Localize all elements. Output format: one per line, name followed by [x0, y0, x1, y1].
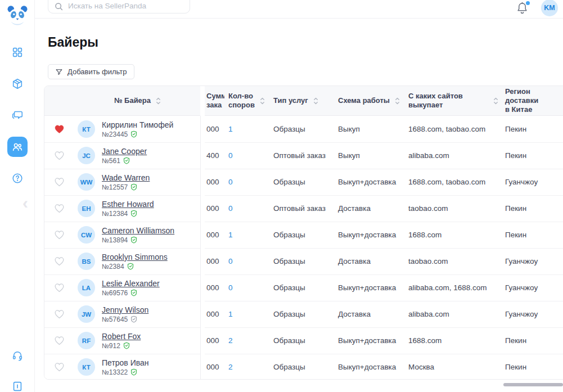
- favorite-heart-icon[interactable]: [54, 204, 65, 213]
- disputes-count-link[interactable]: 0: [228, 204, 233, 213]
- favorite-cell[interactable]: [44, 354, 74, 380]
- favorite-heart-icon[interactable]: [54, 336, 65, 345]
- notification-dot: [526, 1, 530, 5]
- sort-icon[interactable]: [394, 97, 400, 105]
- buyer-name[interactable]: Jane Cooper: [102, 147, 147, 156]
- support-headset-icon[interactable]: [7, 346, 28, 366]
- order-sum-cell: 000: [205, 169, 224, 195]
- disputes-cell: 2: [224, 354, 269, 380]
- table-header: № Байера Суммзака Кол-воспоров Тип услуг: [44, 86, 563, 116]
- work-scheme-cell: Доставка: [334, 248, 404, 274]
- buyer-name[interactable]: Brooklyn Simmons: [102, 253, 168, 262]
- add-filter-button[interactable]: Добавить фильтр: [48, 64, 134, 79]
- service-type-cell: Оптовый заказ: [269, 195, 334, 222]
- favorite-cell[interactable]: [44, 274, 74, 301]
- header-sites[interactable]: С каких сайтов выкупает: [404, 86, 501, 116]
- sort-icon[interactable]: [155, 97, 161, 105]
- disputes-count-link[interactable]: 2: [228, 336, 233, 345]
- sidebar-item-buyers[interactable]: [7, 137, 28, 157]
- buyer-number: №23445: [102, 130, 128, 138]
- header-service-type[interactable]: Тип услуг: [269, 86, 334, 116]
- sidebar-collapse-icon[interactable]: ‹: [22, 193, 28, 213]
- favorite-heart-icon[interactable]: [54, 309, 65, 319]
- favorite-cell[interactable]: [44, 222, 74, 248]
- buyer-avatar: BS: [78, 253, 95, 270]
- sidebar-item-help[interactable]: [7, 168, 28, 188]
- buyer-number: №57645: [102, 316, 128, 323]
- favorite-cell[interactable]: [44, 195, 74, 222]
- favorite-cell[interactable]: [44, 116, 74, 142]
- table-row: EH Esther Howard №12384 000 0 Оптовый за…: [44, 195, 563, 222]
- work-scheme-cell: Доставка: [334, 301, 404, 327]
- favorite-cell[interactable]: [44, 169, 74, 195]
- favorite-heart-icon[interactable]: [54, 177, 65, 187]
- disputes-count-link[interactable]: 0: [228, 257, 233, 265]
- notifications-bell-icon[interactable]: [516, 1, 530, 17]
- frozen-column-divider: [200, 301, 205, 327]
- disputes-count-link[interactable]: 0: [228, 151, 233, 160]
- disputes-cell: 0: [224, 142, 269, 169]
- frozen-column-divider: [200, 327, 205, 354]
- sort-icon[interactable]: [313, 97, 319, 105]
- favorite-heart-icon[interactable]: [54, 151, 65, 160]
- favorite-cell[interactable]: [44, 248, 74, 274]
- verified-badge-icon: [130, 289, 137, 296]
- buyer-name[interactable]: Jenny Wilson: [102, 305, 148, 314]
- disputes-count-link[interactable]: 1: [228, 231, 233, 239]
- sidebar-item-dashboard[interactable]: [7, 42, 28, 62]
- sites-cell: alibaba.com: [404, 142, 501, 169]
- table-row: КТ Киррилин Тимофей №23445 000 1 Образцы…: [44, 116, 563, 142]
- order-sum-cell: 000: [205, 301, 224, 327]
- sort-icon[interactable]: [493, 97, 499, 105]
- sellerpanda-logo-icon[interactable]: [6, 4, 29, 26]
- header-buyer[interactable]: № Байера: [74, 86, 200, 116]
- sites-cell: 1688.com, taobao.com: [404, 169, 501, 195]
- sidebar-item-products[interactable]: [7, 74, 28, 94]
- buyer-number: №13322: [102, 368, 128, 376]
- horizontal-scrollbar-thumb[interactable]: [503, 383, 563, 386]
- buyer-name[interactable]: Cameron Williamson: [102, 226, 174, 235]
- buyer-cell: BS Brooklyn Simmons №2384: [74, 248, 200, 274]
- favorite-heart-icon[interactable]: [54, 230, 65, 240]
- frozen-column-divider: [200, 195, 205, 222]
- disputes-count-link[interactable]: 0: [228, 178, 233, 186]
- sidebar: ‹: [0, 0, 35, 392]
- exit-icon[interactable]: [7, 376, 28, 392]
- header-region[interactable]: Регион доставкив Китае: [501, 86, 563, 116]
- table-row: CW Cameron Williamson №13894 000 1 Образ…: [44, 222, 563, 248]
- disputes-count-link[interactable]: 0: [228, 283, 233, 292]
- favorite-heart-icon[interactable]: [54, 362, 65, 372]
- header-work-scheme[interactable]: Схема работы: [334, 86, 404, 116]
- buyer-name[interactable]: Wade Warren: [102, 173, 150, 182]
- buyer-name[interactable]: Петров Иван: [102, 358, 149, 367]
- disputes-count-link[interactable]: 2: [228, 363, 233, 371]
- buyer-avatar: LA: [78, 279, 95, 296]
- favorite-cell[interactable]: [44, 301, 74, 327]
- disputes-count-link[interactable]: 1: [228, 310, 233, 318]
- service-type-cell: Образцы: [269, 169, 334, 195]
- favorite-cell[interactable]: [44, 142, 74, 169]
- order-sum-cell: 000: [205, 116, 224, 142]
- header-order-sum[interactable]: Суммзака: [205, 86, 224, 116]
- buyer-name[interactable]: Robert Fox: [102, 332, 141, 341]
- favorite-heart-icon[interactable]: [54, 256, 65, 266]
- favorite-heart-icon[interactable]: [54, 124, 65, 134]
- favorite-cell[interactable]: [44, 327, 74, 354]
- verified-badge-icon: [123, 157, 130, 164]
- buyer-avatar: WW: [78, 173, 95, 191]
- buyer-name[interactable]: Leslie Alexander: [102, 279, 160, 288]
- buyer-cell: КТ Петров Иван №13322: [74, 354, 200, 380]
- header-disputes[interactable]: Кол-воспоров: [224, 86, 269, 116]
- sidebar-item-chats[interactable]: [7, 105, 28, 125]
- buyer-name[interactable]: Esther Howard: [102, 200, 154, 209]
- region-cell: Пекин: [501, 354, 563, 380]
- search-input[interactable]: [68, 2, 184, 11]
- favorite-heart-icon[interactable]: [54, 283, 65, 292]
- global-search[interactable]: [48, 0, 190, 13]
- buyer-name[interactable]: Киррилин Тимофей: [102, 120, 173, 129]
- sort-icon[interactable]: [259, 97, 265, 105]
- buyer-avatar: CW: [78, 226, 95, 244]
- order-sum-cell: 000: [205, 327, 224, 354]
- disputes-count-link[interactable]: 1: [228, 125, 233, 133]
- user-avatar[interactable]: KM: [541, 0, 558, 16]
